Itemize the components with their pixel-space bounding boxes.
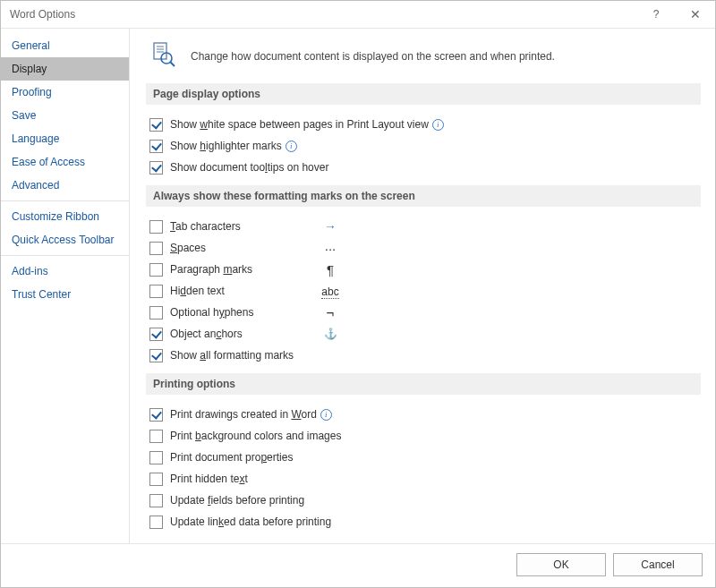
opt-object-anchors[interactable]: Object anchors ⚓ <box>149 323 701 345</box>
opt-tab-characters[interactable]: Tab characters → <box>149 216 701 237</box>
checkbox-label: Show document tooltips on hover <box>170 161 328 174</box>
checkbox-label: Update fields before printing <box>170 494 304 507</box>
sidebar-item-label: Proofing <box>12 86 52 98</box>
page-description: Change how document content is displayed… <box>191 50 555 63</box>
checkbox-label: Object anchors <box>170 328 313 340</box>
opt-spaces[interactable]: Spaces ··· <box>149 237 701 259</box>
checkbox-label: Paragraph marks <box>170 263 313 276</box>
checkbox[interactable] <box>149 473 163 486</box>
checkbox-label: Hidden text <box>170 285 313 297</box>
checkbox[interactable] <box>149 118 163 132</box>
checkbox[interactable] <box>149 140 163 153</box>
sidebar-separator <box>1 255 129 256</box>
checkbox[interactable] <box>149 451 163 464</box>
sidebar-item-proofing[interactable]: Proofing <box>1 81 129 104</box>
sidebar-item-advanced[interactable]: Advanced <box>1 174 129 197</box>
opt-highlighter-marks[interactable]: Show highlighter marks i <box>149 135 701 157</box>
dialog-footer: OK Cancel <box>1 543 715 587</box>
tab-arrow-icon: → <box>317 219 344 234</box>
optional-hyphen-icon: ¬ <box>317 305 344 320</box>
sidebar-item-label: Advanced <box>12 179 59 192</box>
sidebar-item-display[interactable]: Display <box>1 57 129 81</box>
checkbox[interactable] <box>149 494 163 507</box>
opt-show-all-formatting[interactable]: Show all formatting marks <box>149 345 701 366</box>
info-icon[interactable]: i <box>286 141 297 152</box>
sidebar-separator <box>1 200 129 201</box>
dialog-body: General Display Proofing Save Language E… <box>1 29 715 543</box>
opt-white-space[interactable]: Show white space between pages in Print … <box>149 114 701 135</box>
checkbox-label: Spaces <box>170 242 313 254</box>
sidebar-item-label: Display <box>12 63 47 75</box>
spaces-dots-icon: ··· <box>317 241 344 256</box>
checkbox-label: Print drawings created in Word <box>170 408 317 421</box>
checkbox-label: Print document properties <box>170 451 293 464</box>
window-title: Word Options <box>10 8 75 21</box>
sidebar-item-add-ins[interactable]: Add-ins <box>1 260 129 283</box>
checkbox[interactable] <box>149 263 163 277</box>
info-icon[interactable]: i <box>320 409 332 421</box>
opt-tooltips-hover[interactable]: Show document tooltips on hover <box>149 157 701 178</box>
sidebar-item-trust-center[interactable]: Trust Center <box>1 283 129 306</box>
opt-hidden-text[interactable]: Hidden text abc <box>149 280 701 302</box>
help-button[interactable]: ? <box>636 1 676 28</box>
sidebar-item-quick-access-toolbar[interactable]: Quick Access Toolbar <box>1 228 129 251</box>
checkbox-label: Update linked data before printing <box>170 516 331 528</box>
checkbox[interactable] <box>149 516 163 529</box>
svg-rect-0 <box>154 43 166 59</box>
opt-optional-hyphens[interactable]: Optional hyphens ¬ <box>149 302 701 323</box>
sidebar-item-label: General <box>12 39 50 52</box>
opt-print-properties[interactable]: Print document properties <box>149 447 701 468</box>
checkbox[interactable] <box>149 285 163 298</box>
section-header-printing: Printing options <box>146 373 701 395</box>
sidebar-item-label: Trust Center <box>12 288 71 301</box>
opt-update-fields[interactable]: Update fields before printing <box>149 490 701 511</box>
sidebar-item-label: Customize Ribbon <box>12 210 99 223</box>
sidebar-item-save[interactable]: Save <box>1 104 129 127</box>
button-label: Cancel <box>641 558 674 571</box>
sidebar-item-label: Language <box>12 132 59 145</box>
button-label: OK <box>553 558 568 571</box>
sidebar-item-label: Ease of Access <box>12 156 85 168</box>
checkbox[interactable] <box>149 242 163 255</box>
ok-button[interactable]: OK <box>516 553 606 576</box>
info-icon[interactable]: i <box>432 119 444 131</box>
sidebar-item-language[interactable]: Language <box>1 127 129 150</box>
sidebar-item-ease-of-access[interactable]: Ease of Access <box>1 150 129 174</box>
display-options-icon <box>151 41 178 71</box>
checkbox[interactable] <box>149 220 163 234</box>
titlebar: Word Options ? ✕ <box>1 1 715 29</box>
sidebar-item-label: Save <box>12 109 36 122</box>
pilcrow-icon: ¶ <box>317 262 344 277</box>
opt-print-hidden-text[interactable]: Print hidden text <box>149 468 701 490</box>
checkbox[interactable] <box>149 161 163 175</box>
checkbox-label: Show all formatting marks <box>170 349 294 362</box>
section-header-formatting-marks: Always show these formatting marks on th… <box>146 185 701 207</box>
checkbox[interactable] <box>149 408 163 422</box>
word-options-window: Word Options ? ✕ General Display Proofin… <box>0 0 716 588</box>
page-intro: Change how document content is displayed… <box>151 41 701 71</box>
checkbox[interactable] <box>149 349 163 362</box>
close-icon: ✕ <box>690 7 701 21</box>
checkbox-label: Show highlighter marks <box>170 140 282 152</box>
checkbox[interactable] <box>149 430 163 443</box>
checkbox-label: Print background colors and images <box>170 430 341 442</box>
anchor-icon: ⚓ <box>317 328 344 340</box>
cancel-button[interactable]: Cancel <box>613 553 703 576</box>
checkbox-label: Optional hyphens <box>170 306 313 319</box>
category-sidebar: General Display Proofing Save Language E… <box>1 29 130 543</box>
sidebar-item-label: Add-ins <box>12 265 48 277</box>
sidebar-item-general[interactable]: General <box>1 34 129 57</box>
opt-update-linked-data[interactable]: Update linked data before printing <box>149 511 701 533</box>
close-button[interactable]: ✕ <box>676 1 715 28</box>
checkbox-label: Print hidden text <box>170 473 248 485</box>
opt-print-background[interactable]: Print background colors and images <box>149 425 701 447</box>
svg-line-5 <box>170 62 175 66</box>
opt-print-drawings[interactable]: Print drawings created in Word i <box>149 404 701 425</box>
printing-options: Print drawings created in Word i Print b… <box>149 404 701 533</box>
checkbox[interactable] <box>149 328 163 341</box>
checkbox[interactable] <box>149 306 163 320</box>
section-header-page-display: Page display options <box>146 83 701 105</box>
sidebar-item-customize-ribbon[interactable]: Customize Ribbon <box>1 205 129 228</box>
opt-paragraph-marks[interactable]: Paragraph marks ¶ <box>149 259 701 280</box>
content-pane: Change how document content is displayed… <box>130 29 715 543</box>
